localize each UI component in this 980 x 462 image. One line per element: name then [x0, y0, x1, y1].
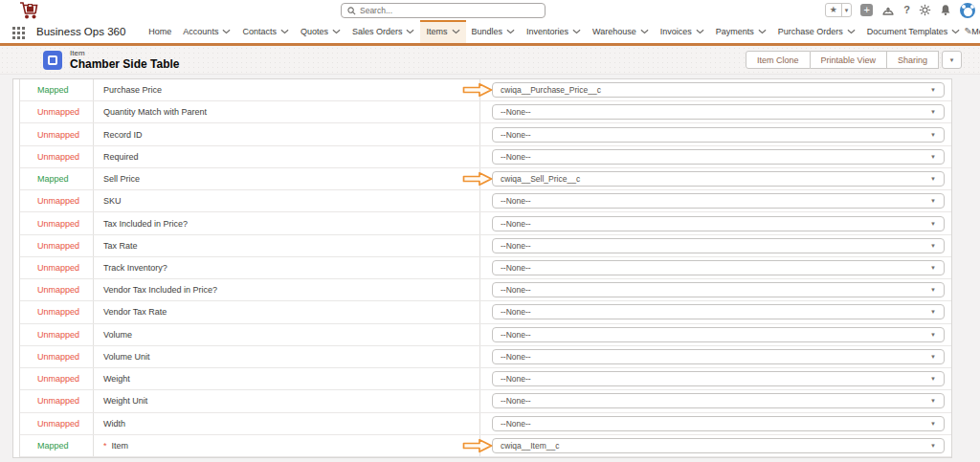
header-action-button[interactable]: Sharing: [887, 51, 939, 69]
chevron-down-icon: [280, 29, 289, 34]
help-icon[interactable]: ?: [903, 3, 910, 17]
dropdown-caret-icon: ▼: [930, 154, 936, 160]
field-cell: * Weight: [94, 368, 480, 389]
nav-tab[interactable]: Accounts ▾: [177, 20, 236, 43]
nav-tab[interactable]: Sales Orders ▾: [346, 20, 421, 43]
mapping-dropdown-value: --None--: [501, 263, 531, 273]
search-input[interactable]: [360, 6, 539, 15]
field-cell: * Record ID: [94, 123, 480, 144]
user-avatar[interactable]: [960, 3, 975, 18]
status-cell: Mapped: [20, 168, 94, 189]
mapping-arrow-icon: [462, 83, 493, 98]
mapping-cell: --None-- ▼: [480, 390, 951, 411]
global-search[interactable]: [341, 3, 546, 18]
field-label: Vendor Tax Included in Price?: [103, 285, 217, 295]
header-action-button[interactable]: Printable View: [811, 51, 887, 69]
mapping-status: Mapped: [37, 85, 69, 95]
nav-tab[interactable]: Bundles ▾: [466, 20, 522, 43]
field-cell: * Quantity Match with Parent: [94, 101, 480, 122]
dropdown-caret-icon: ▼: [930, 221, 936, 227]
table-row: Mapped * Item cwiqa__Item__c: [20, 435, 951, 457]
mapping-status: Unmapped: [37, 196, 79, 206]
mapping-cell: --None-- ▼: [480, 212, 951, 233]
mapping-dropdown[interactable]: --None-- ▼: [492, 416, 945, 431]
mapping-dropdown[interactable]: --None-- ▼: [492, 304, 945, 319]
field-label: Tax Included in Price?: [103, 219, 188, 229]
mapping-dropdown[interactable]: --None-- ▼: [492, 393, 945, 408]
dropdown-caret-icon: ▼: [930, 443, 936, 449]
mapping-status: Unmapped: [37, 241, 79, 251]
mapping-dropdown-value: --None--: [501, 196, 531, 206]
mapping-dropdown[interactable]: --None-- ▼: [492, 238, 945, 253]
notifications-bell-icon[interactable]: [940, 4, 951, 16]
header-action-button[interactable]: Item Clone: [746, 51, 811, 69]
global-actions-button[interactable]: +: [860, 4, 873, 16]
mapping-cell: --None-- ▼: [480, 101, 951, 122]
nav-tab[interactable]: Document Templates ▾: [861, 20, 966, 43]
mapping-dropdown[interactable]: --None-- ▼: [492, 149, 945, 165]
mapping-dropdown[interactable]: --None-- ▼: [492, 282, 945, 297]
nav-tab[interactable]: Contacts ▾: [236, 20, 295, 43]
mapping-dropdown-value: --None--: [501, 152, 531, 162]
mapping-dropdown-value: --None--: [501, 241, 531, 251]
mapping-dropdown[interactable]: --None-- ▼: [492, 371, 945, 386]
nav-tab[interactable]: Warehouse ▾: [587, 20, 655, 43]
status-cell: Unmapped: [20, 368, 94, 389]
field-cell: * Sell Price: [94, 168, 480, 189]
field-label: Weight Unit: [103, 396, 147, 406]
table-row: Unmapped * Weight Unit --None--: [20, 390, 951, 412]
mapping-dropdown[interactable]: --None-- ▼: [492, 349, 945, 364]
mapping-dropdown[interactable]: --None-- ▼: [492, 327, 945, 342]
mapping-dropdown[interactable]: --None-- ▼: [492, 216, 945, 231]
page-title: Chamber Side Table: [70, 58, 179, 71]
table-row: Unmapped * Tax Rate --None--: [20, 235, 951, 257]
nav-tab[interactable]: Items ▾: [420, 20, 465, 43]
status-cell: Unmapped: [20, 413, 94, 434]
app-launcher-icon[interactable]: [12, 26, 25, 43]
field-cell: * Purchase Price: [94, 79, 480, 100]
mapping-dropdown[interactable]: --None-- ▼: [492, 127, 945, 143]
mapping-cell: --None-- ▼: [480, 301, 951, 322]
mapping-dropdown[interactable]: cwiqa__Item__c ▼: [492, 438, 945, 453]
mapping-status: Unmapped: [37, 330, 79, 340]
nav-tab-label: Contacts: [242, 27, 277, 36]
field-cell: * Required: [94, 146, 480, 167]
edit-pencil-icon[interactable]: ✎: [965, 26, 972, 36]
mapping-dropdown-value: --None--: [501, 330, 531, 340]
guidance-center-icon[interactable]: [881, 4, 895, 16]
more-actions-dropdown-button[interactable]: ▾: [942, 51, 962, 69]
mapping-cell: --None-- ▼: [480, 257, 951, 278]
mapping-dropdown[interactable]: --None-- ▼: [492, 104, 945, 120]
mapping-arrow-icon: [462, 172, 493, 187]
mapping-dropdown[interactable]: --None-- ▼: [492, 193, 945, 209]
mapping-dropdown-value: --None--: [501, 419, 531, 429]
field-cell: * Vendor Tax Included in Price?: [94, 279, 480, 300]
nav-tab[interactable]: Inventories ▾: [521, 20, 587, 43]
table-row: Unmapped * SKU --None--: [20, 190, 951, 212]
search-icon: [347, 7, 356, 15]
status-cell: Unmapped: [20, 324, 94, 345]
table-row: Unmapped * Vendor Tax Rate --Non: [20, 301, 951, 323]
mapping-dropdown[interactable]: cwiqa__Purchase_Price__c ▼: [492, 82, 945, 98]
nav-tab[interactable]: Payments ▾: [710, 20, 772, 43]
favorites-dropdown-icon[interactable]: ▾: [842, 4, 852, 16]
mapping-dropdown[interactable]: cwiqa__Sell_Price__c ▼: [492, 171, 945, 187]
setup-gear-icon[interactable]: [919, 4, 931, 16]
nav-tab[interactable]: Invoices ▾: [655, 20, 710, 43]
favorites-star-icon[interactable]: ★: [826, 4, 842, 16]
field-cell: * Width: [94, 413, 480, 434]
nav-tab[interactable]: Quotes ▾: [295, 20, 346, 43]
nav-tab-label: Sales Orders: [352, 27, 403, 36]
mapping-dropdown-value: --None--: [501, 130, 531, 140]
chevron-down-icon: [640, 29, 649, 34]
mapping-dropdown[interactable]: --None-- ▼: [492, 260, 945, 275]
field-label: Tax Rate: [103, 241, 138, 251]
field-cell: * Tax Included in Price?: [94, 212, 480, 233]
nav-tab[interactable]: Purchase Orders ▾: [772, 20, 861, 43]
dropdown-caret-icon: ▼: [930, 421, 936, 427]
chevron-down-icon: [847, 29, 856, 34]
mapping-cell: --None-- ▼: [480, 123, 951, 144]
nav-tab[interactable]: Home ▾: [143, 20, 177, 43]
mapping-cell: --None-- ▼: [480, 346, 951, 367]
mapping-dropdown-value: --None--: [501, 352, 531, 362]
